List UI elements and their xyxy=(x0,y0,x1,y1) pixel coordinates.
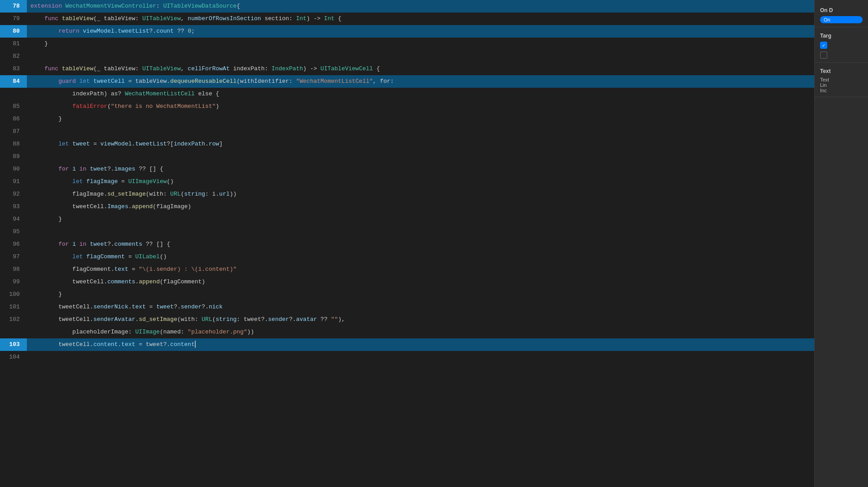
code-lines: 78extension WechatMomentViewController: … xyxy=(0,0,814,363)
token: (flagComment) xyxy=(160,278,205,285)
token: sender xyxy=(156,266,177,273)
line-number xyxy=(0,326,27,338)
token: { xyxy=(335,15,342,22)
token: else { xyxy=(195,90,219,97)
line-content: } xyxy=(27,38,814,50)
token: )" xyxy=(230,266,237,273)
token: ) : \(i. xyxy=(177,266,205,273)
token: indexPath: xyxy=(230,65,272,72)
token: append xyxy=(132,203,153,210)
checkbox-2[interactable] xyxy=(820,51,827,59)
line-number: 83 xyxy=(0,63,27,75)
token: = xyxy=(125,253,135,260)
line-number: 94 xyxy=(0,213,27,226)
token: tweetCell. xyxy=(30,341,93,348)
text-label: Text xyxy=(820,68,863,74)
on-toggle[interactable]: On xyxy=(820,16,863,23)
token: senderAvatar xyxy=(93,316,135,323)
code-line: 83 func tableView(_ tableView: UITableVi… xyxy=(0,63,814,75)
line-content: placeholderImage: UIImage(named: "placeh… xyxy=(27,326,814,338)
line-number: 91 xyxy=(0,175,27,188)
token: text xyxy=(114,266,128,273)
line-number: 99 xyxy=(0,276,27,288)
token: = xyxy=(118,178,128,185)
code-line: 94 } xyxy=(0,213,814,226)
code-line: 97 let flagComment = UILabel() xyxy=(0,251,814,263)
token: string xyxy=(216,316,237,323)
line-number: 88 xyxy=(0,138,27,150)
line-content: tweetCell.senderAvatar.sd_setImage(with:… xyxy=(27,313,814,326)
token: text xyxy=(132,303,146,310)
token: fatalError xyxy=(73,103,107,110)
token: UIImageView xyxy=(128,178,167,185)
token: UITableView xyxy=(142,15,181,22)
line-content: for i in tweet?.comments ?? [] { xyxy=(27,238,814,251)
token: . xyxy=(135,278,139,285)
token: ?? xyxy=(317,316,331,323)
code-line: 101 tweetCell.senderNick.text = tweet?.s… xyxy=(0,301,814,313)
token: UILabel xyxy=(135,253,160,260)
line-content: tweetCell.Images.append(flagImage) xyxy=(27,201,814,213)
token: for xyxy=(30,241,73,248)
token: { xyxy=(373,65,380,72)
line-content: indexPath) as? WechatMomentListCell else… xyxy=(27,88,814,100)
token: { xyxy=(236,3,240,9)
line-content: tweetCell.comments.append(flagComment) xyxy=(27,276,814,288)
token: (_ tableView: xyxy=(93,15,142,22)
target-section: Targ ✓ xyxy=(815,29,868,63)
line-number: 81 xyxy=(0,38,27,50)
on-section: On D On xyxy=(815,4,868,27)
token: = tweet?. xyxy=(135,341,170,348)
token: tweetList xyxy=(118,28,149,34)
token: = xyxy=(128,266,138,273)
token: UITableViewDataSource xyxy=(163,3,236,9)
token: viewModel xyxy=(100,141,132,147)
token: )) xyxy=(230,191,237,197)
token: comments xyxy=(107,278,135,285)
token: "" xyxy=(331,316,338,323)
token: () xyxy=(160,253,167,260)
token: : i. xyxy=(205,191,219,197)
checkbox-1[interactable]: ✓ xyxy=(820,42,827,49)
token: : xyxy=(156,3,163,9)
token: (withIdentifier: xyxy=(236,78,296,85)
token: ( xyxy=(212,316,216,323)
code-line: 90 for i in tweet?.images ?? [] { xyxy=(0,163,814,175)
token: ?. xyxy=(289,316,296,323)
token: ) -> xyxy=(306,15,324,22)
token: ] xyxy=(219,141,223,147)
line-content: tweetCell.senderNick.text = tweet?.sende… xyxy=(27,301,814,313)
token: tweet xyxy=(156,303,174,310)
token: } xyxy=(30,216,62,222)
code-line: 88 let tweet = viewModel.tweetList?[inde… xyxy=(0,138,814,150)
code-line: 103 tweetCell.content.text = tweet?.cont… xyxy=(0,338,814,351)
token: in xyxy=(76,241,90,248)
token: UITableViewCell xyxy=(321,65,373,72)
token: Images xyxy=(107,203,129,210)
token: let xyxy=(30,141,73,147)
line-number: 97 xyxy=(0,251,27,263)
token: flagImage. xyxy=(30,191,107,197)
line-content: let flagImage = UIImageView() xyxy=(27,175,814,188)
line-number: 84 xyxy=(0,75,27,88)
line-content xyxy=(27,226,814,238)
line-content xyxy=(27,150,814,163)
token: "\(i. xyxy=(139,266,156,273)
text-line-1: Text xyxy=(820,77,863,82)
line-number: 80 xyxy=(0,25,27,38)
token: flagComment. xyxy=(30,266,114,273)
code-line: 86 } xyxy=(0,113,814,125)
token: ?? [] { xyxy=(142,241,170,248)
line-number: 86 xyxy=(0,113,27,125)
line-number: 100 xyxy=(0,288,27,301)
token: placeholderImage: xyxy=(30,329,135,335)
token: dequeueReusableCell xyxy=(170,78,236,85)
token: . xyxy=(132,141,135,147)
line-content: flagImage.sd_setImage(with: URL(string: … xyxy=(27,188,814,201)
line-content: tweetCell.content.text = tweet?.content xyxy=(27,338,814,351)
token: (with: xyxy=(146,191,170,197)
line-content: extension WechatMomentViewController: UI… xyxy=(27,0,814,13)
token: extension xyxy=(30,3,65,9)
code-editor[interactable]: 78extension WechatMomentViewController: … xyxy=(0,0,814,487)
line-number: 104 xyxy=(0,351,27,363)
